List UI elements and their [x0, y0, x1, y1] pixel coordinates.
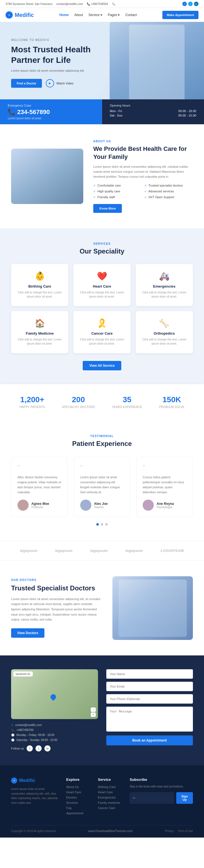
footer-link-doctors[interactable]: Doctors	[66, 796, 90, 799]
find-doctor-button[interactable]: Find a Doctor	[11, 79, 42, 88]
footer-subscribe: Subscribe Stay in the know with news and…	[130, 777, 193, 817]
stat-item-3: 150K PROBLEM SOLVE	[159, 395, 184, 408]
contact-weekday-hours: 🕐 Monday - Friday: 09:00 - 18:00	[11, 734, 98, 737]
service-card-emergencies[interactable]: 🚑 Emergencies Click edit to change this …	[136, 264, 193, 306]
author-role-0: Professor	[31, 506, 49, 509]
footer-slink-heart[interactable]: Heart Care	[98, 790, 121, 794]
hero-image	[110, 22, 204, 99]
twitter-icon[interactable]: t	[188, 2, 193, 6]
service-desc-2: Click edit to change this text. Lorem ip…	[140, 290, 188, 299]
footer-logo[interactable]: + Medific	[11, 777, 58, 783]
footer-slink-family[interactable]: Family medicine	[98, 801, 121, 804]
service-card-birthing[interactable]: 👶 Birthing Care Click edit to change thi…	[11, 264, 68, 306]
footer-link-appointment[interactable]: Appointment	[66, 811, 90, 815]
subscribe-input[interactable]	[130, 792, 174, 804]
social-fb[interactable]: f	[27, 745, 33, 751]
stat-number-3: 150K	[159, 395, 184, 404]
service-desc-5: Click edit to change this text. Lorem ip…	[140, 337, 188, 346]
footer-slink-emergencies[interactable]: Emergencies	[98, 796, 121, 799]
footer-link-heartcare[interactable]: Heart Care	[66, 790, 90, 794]
nav-pages[interactable]: Pages ▾	[108, 13, 120, 17]
contact-map: + − Sycamore St.	[11, 669, 98, 719]
search-icon[interactable]: 🔍	[112, 2, 115, 5]
subscribe-row: Sign Up	[130, 792, 193, 804]
logo-item-1: logopsum	[55, 549, 72, 553]
service-card-ortho[interactable]: 🦴 Orthopedics Click edit to change this …	[136, 311, 193, 353]
footer-bottom: Copyright © 2024 All rights reserved www…	[11, 825, 193, 833]
view-doctors-button[interactable]: View Doctors	[11, 628, 44, 638]
form-name-input[interactable]	[106, 669, 193, 679]
service-desc-1: Click edit to change this text. Lorem ip…	[78, 290, 126, 299]
footer-url: www.DownloadNewThemes.com	[88, 829, 133, 833]
carousel-dots	[11, 523, 193, 526]
social-in[interactable]: in	[44, 745, 51, 751]
footer-subscribe-title: Subscribe	[130, 777, 193, 782]
footer-description: Lorem ipsum dolor sit amet consectetur a…	[11, 787, 58, 805]
doctors-title: Trusted Specialist Doctors	[11, 584, 102, 592]
linkedin-icon[interactable]: in	[194, 2, 199, 6]
quote-icon-0: "	[18, 463, 61, 472]
nav-phone: 📞 +4867546566	[87, 2, 108, 5]
footer-service-title: Service	[98, 777, 121, 782]
about-image	[11, 149, 83, 204]
social-tw[interactable]: t	[35, 745, 42, 751]
form-phone-input[interactable]	[106, 694, 193, 704]
hero-content: WELCOME TO MEDIFIC Most Trusted Health P…	[11, 36, 105, 88]
nav-home[interactable]: Home	[59, 13, 69, 17]
phone-icon: 📞	[8, 108, 15, 116]
nav-contact-info: 3798 Sycamore Street, San Francisco cont…	[5, 2, 115, 5]
family-medicine-icon: 🏠	[16, 318, 64, 328]
nav-about[interactable]: About	[74, 13, 83, 17]
testimonials-title: Patient Experience	[11, 440, 193, 447]
footer-link-about[interactable]: About Us	[66, 785, 90, 788]
clock-icon: 🕐	[11, 734, 15, 737]
testimonial-card-2: " Cursus tellus patient pellentesque con…	[136, 457, 193, 517]
footer-subscribe-desc: Stay in the know with news and promotion…	[130, 784, 193, 789]
logo-item-2: logopsum	[91, 549, 108, 553]
dot-0[interactable]	[96, 523, 99, 526]
service-card-family[interactable]: 🏠 Family Medicine Click edit to change t…	[11, 311, 68, 353]
footer-terms-link[interactable]: Term of Use	[178, 830, 193, 833]
form-email-input[interactable]	[106, 682, 193, 691]
footer-logo-text: Medific	[19, 778, 35, 783]
service-card-cancer[interactable]: 🎗️ Cancer Care Click edit to change this…	[73, 311, 130, 353]
stat-number-0: 1,200+	[20, 395, 45, 404]
footer-link-faq[interactable]: Faq	[66, 806, 90, 810]
nav-email: contact@medific.com	[56, 2, 83, 5]
testimonials-grid: " Aifcc dictum facilisi nonummy magna po…	[11, 457, 193, 517]
footer-slink-cancer[interactable]: Cancer Care	[98, 806, 121, 810]
form-message-input[interactable]	[106, 707, 193, 732]
avatar-2	[143, 500, 154, 511]
know-more-button[interactable]: Know More	[93, 204, 122, 213]
appointment-button[interactable]: Make Appointment	[162, 11, 199, 19]
footer-explore-title: Explore	[66, 777, 90, 782]
stat-item-0: 1,200+ HAPPY PATIENTS	[20, 395, 45, 408]
facebook-icon[interactable]: f	[182, 2, 187, 6]
watch-video-label: Watch Video	[56, 82, 74, 85]
footer-slink-birthing[interactable]: Birthing Care	[98, 785, 121, 788]
testimonial-text-1: Lorem ipsum dolor sit amet consectetur a…	[80, 475, 124, 495]
service-name-0: Birthing Care	[16, 284, 64, 288]
dot-2[interactable]	[105, 523, 108, 526]
about-description: Lorem ipsum dolor sit amet consectetur a…	[93, 164, 193, 179]
nav-service[interactable]: Service ▾	[88, 13, 102, 17]
nav-contact[interactable]: Contact	[125, 13, 136, 17]
service-desc-0: Click edit to change this text. Lorem ip…	[16, 290, 64, 299]
logo[interactable]: + Medific	[5, 11, 34, 19]
logo-text: Medific	[15, 12, 34, 18]
doctors-description: Lorem ipsum dolor sit amet consectetur a…	[11, 596, 102, 622]
contact-form: Book an Appointment	[106, 669, 193, 751]
view-all-services-button[interactable]: View All Service	[83, 361, 121, 370]
footer: + Medific Lorem ipsum dolor sit amet con…	[0, 765, 204, 838]
book-appointment-button[interactable]: Book an Appointment	[106, 736, 193, 745]
watch-video-button[interactable]: ▶ Watch Video	[46, 79, 74, 88]
footer-link-services[interactable]: Services	[66, 801, 90, 804]
contact-info-list: ✉ contact@medific.com 📞 +4867456789 🕐 Mo…	[11, 723, 98, 742]
doctors-label: OUR DOCTORS	[11, 579, 102, 582]
footer-privacy-link[interactable]: Privacy	[165, 830, 174, 833]
signup-button[interactable]: Sign Up	[176, 792, 193, 804]
dot-1[interactable]	[101, 523, 103, 526]
feature-4: ✓Advanced services	[144, 190, 193, 193]
service-card-heart[interactable]: ❤️ Heart Care Click edit to change this …	[73, 264, 130, 306]
service-desc-4: Click edit to change this text. Lorem ip…	[78, 337, 126, 346]
